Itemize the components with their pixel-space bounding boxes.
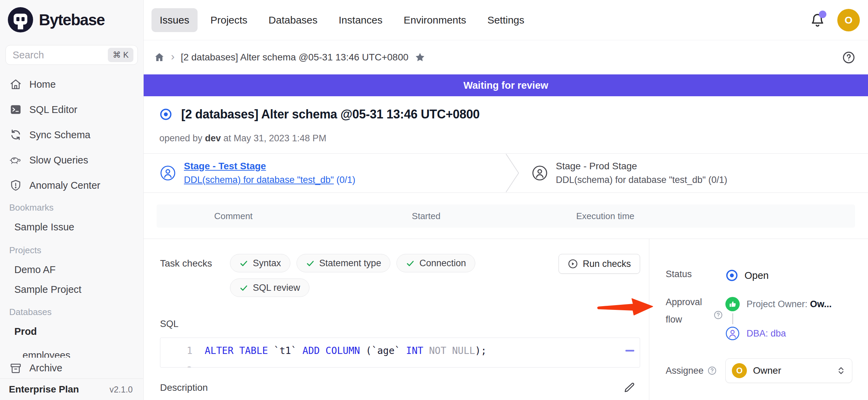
check-icon xyxy=(406,259,415,268)
approval-label-line2: flow xyxy=(666,314,712,325)
run-checks-button[interactable]: Run checks xyxy=(559,254,640,274)
task-detail: Task checks Syntax Statement type Connec… xyxy=(144,239,649,400)
sidebar-section-bookmarks: Bookmarks xyxy=(0,198,143,217)
approver-name: Ow... xyxy=(810,299,832,309)
stage-task-text[interactable]: DDL(schema) for database "test_db" xyxy=(184,175,334,185)
shield-icon xyxy=(10,179,22,191)
edit-pencil-icon[interactable] xyxy=(624,382,635,394)
check-label: SQL review xyxy=(253,283,300,293)
breadcrumb: › [2 databases] Alter schema @05-31 13:4… xyxy=(144,40,868,74)
plan-label[interactable]: Enterprise Plan xyxy=(9,384,79,395)
sidebar-item-sample-issue[interactable]: Sample Issue xyxy=(0,217,143,237)
issue-header: [2 databases] Alter schema @05-31 13:46 … xyxy=(144,96,868,144)
line-number: 2 xyxy=(160,365,205,368)
dba-approver[interactable]: DBA: dba xyxy=(747,328,786,339)
stage-title-link[interactable]: Stage - Test Stage xyxy=(184,161,355,172)
sql-label: SQL xyxy=(160,319,640,329)
sidebar: Bytebase Search ⌘ K Home SQL Editor Sync… xyxy=(0,0,144,400)
stage-test[interactable]: Stage - Test Stage DDL(schema) for datab… xyxy=(144,161,505,185)
issue-title: [2 databases] Alter schema @05-31 13:46 … xyxy=(181,107,480,122)
assignee-dropdown[interactable]: O Owner xyxy=(725,358,852,383)
help-button[interactable] xyxy=(842,51,855,64)
dba-person-icon xyxy=(725,326,740,341)
home-breadcrumb-icon[interactable] xyxy=(154,52,165,63)
approved-icon xyxy=(725,297,740,311)
sidebar-section-databases: Databases xyxy=(0,302,143,322)
notifications-button[interactable] xyxy=(810,13,825,28)
tab-environments[interactable]: Environments xyxy=(395,8,474,32)
sidebar-item-label: Sync Schema xyxy=(29,129,90,141)
column-started: Started xyxy=(310,211,542,222)
sidebar-item-prod[interactable]: Prod xyxy=(0,322,143,341)
assignee-avatar: O xyxy=(732,363,747,378)
approval-flow-row: Approval flow Project Owner: Ow... xyxy=(666,297,858,341)
status-label: Status xyxy=(666,269,725,282)
play-circle-icon xyxy=(568,259,578,269)
breadcrumb-current[interactable]: [2 databases] Alter schema @05-31 13:46 … xyxy=(181,52,408,63)
tab-instances[interactable]: Instances xyxy=(331,8,391,32)
description-label: Description xyxy=(160,382,208,393)
tab-settings[interactable]: Settings xyxy=(479,8,532,32)
notification-dot xyxy=(819,11,826,18)
stage-person-icon xyxy=(532,165,548,181)
sql-token: ADD COLUMN xyxy=(303,345,366,356)
status-value: Open xyxy=(744,270,769,281)
tab-databases[interactable]: Databases xyxy=(260,8,326,32)
sidebar-item-sync-schema[interactable]: Sync Schema xyxy=(0,122,143,147)
top-nav: Issues Projects Databases Instances Envi… xyxy=(144,0,868,40)
issue-open-icon xyxy=(159,108,172,121)
task-table-header: Comment Started Execution time xyxy=(157,204,855,228)
status-banner: Waiting for review xyxy=(144,74,868,96)
stage-pipeline: Stage - Test Stage DDL(schema) for datab… xyxy=(144,153,868,193)
check-connection[interactable]: Connection xyxy=(396,254,475,272)
sidebar-item-slow-queries[interactable]: Slow Queries xyxy=(0,147,143,173)
terminal-icon xyxy=(10,103,22,116)
search-placeholder: Search xyxy=(13,49,44,61)
check-statement-type[interactable]: Statement type xyxy=(296,254,391,272)
logo-text: Bytebase xyxy=(39,11,105,29)
stage-task: DDL(schema) for database "test_db" (0/1) xyxy=(556,175,727,185)
version-label: v2.1.0 xyxy=(110,385,133,395)
assignee-row: Assignee O Owner xyxy=(666,358,858,383)
sidebar-item-anomaly-center[interactable]: Anomaly Center xyxy=(0,173,143,198)
approver-role: Project Owner: Ow... xyxy=(747,299,832,310)
tab-projects[interactable]: Projects xyxy=(202,8,256,32)
sql-editor[interactable]: 1 ALTER TABLE `t1` ADD COLUMN (`age` INT… xyxy=(160,338,640,368)
stage-task-link[interactable]: DDL(schema) for database "test_db" (0/1) xyxy=(184,175,355,185)
check-syntax[interactable]: Syntax xyxy=(230,254,290,272)
approval-step-dba: DBA: dba xyxy=(725,326,832,341)
assignee-label-text: Assignee xyxy=(666,366,704,376)
assignee-help-icon[interactable] xyxy=(708,366,717,375)
avatar[interactable]: O xyxy=(837,9,860,31)
issue-author: dev xyxy=(205,133,221,143)
tab-issues[interactable]: Issues xyxy=(151,8,198,32)
stage-person-icon xyxy=(160,165,176,181)
sidebar-item-sample-project[interactable]: Sample Project xyxy=(0,280,143,299)
column-execution-time: Execution time xyxy=(542,211,668,222)
archive-icon xyxy=(10,362,22,374)
search-input[interactable]: Search ⌘ K xyxy=(5,45,138,65)
sidebar-item-sql-editor[interactable]: SQL Editor xyxy=(0,97,143,122)
check-sql-review[interactable]: SQL review xyxy=(230,278,309,297)
star-icon[interactable] xyxy=(415,52,425,63)
check-icon xyxy=(239,283,248,292)
check-label: Connection xyxy=(419,258,466,269)
sidebar-item-demo-af[interactable]: Demo AF xyxy=(0,260,143,280)
check-label: Syntax xyxy=(253,258,281,269)
logo[interactable]: Bytebase xyxy=(0,0,143,33)
opened-prefix: opened by xyxy=(159,133,202,143)
home-icon xyxy=(10,78,22,90)
approval-help-icon[interactable] xyxy=(714,311,723,319)
run-checks-label: Run checks xyxy=(583,259,631,269)
sidebar-item-home[interactable]: Home xyxy=(0,72,143,97)
sql-token: NOT NULL xyxy=(429,345,475,356)
sync-icon xyxy=(10,129,22,141)
turtle-icon xyxy=(10,154,22,166)
stage-prod[interactable]: Stage - Prod Stage DDL(schema) for datab… xyxy=(520,161,727,185)
main-area: Issues Projects Databases Instances Envi… xyxy=(144,0,868,400)
task-checks-label: Task checks xyxy=(160,254,230,269)
sidebar-item-archive[interactable]: Archive xyxy=(0,358,143,378)
sidebar-item-label: SQL Editor xyxy=(29,104,77,115)
sidebar-section-projects: Projects xyxy=(0,241,143,260)
sidebar-item-label: Anomaly Center xyxy=(29,180,100,191)
